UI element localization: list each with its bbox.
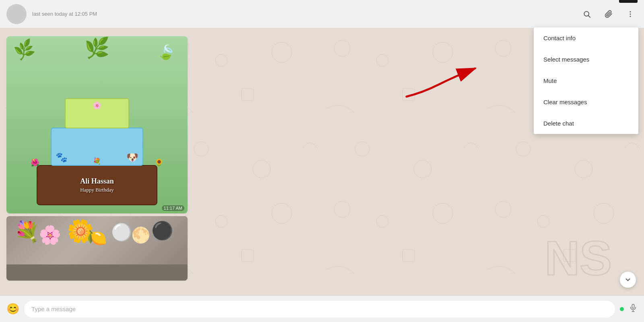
message-time-cake: 11:17 AM	[162, 205, 184, 211]
mic-button[interactable]	[629, 303, 638, 315]
menu-item-mute[interactable]: Mute	[534, 70, 638, 91]
message-group-cake: 🌿 🍃 🌿 Ali Hassan Happy Birthday 🐾 🐶	[6, 36, 200, 215]
menu-item-delete-chat[interactable]: Delete chat	[534, 113, 638, 134]
menu-item-clear-messages[interactable]: Clear messages	[534, 91, 638, 113]
menu-item-select-messages[interactable]: Select messages	[534, 49, 638, 70]
message-input[interactable]	[24, 301, 615, 318]
image-bubble-flowers: 💐 🌸 🌼 🍋 ⚪ 🌕 ⚫	[6, 216, 188, 281]
message-group-flowers: 💐 🌸 🌼 🍋 ⚪ 🌕 ⚫	[6, 216, 200, 282]
svg-point-3	[630, 13, 631, 14]
search-button[interactable]	[580, 7, 594, 21]
image-bubble-cake: 🌿 🍃 🌿 Ali Hassan Happy Birthday 🐾 🐶	[6, 36, 188, 213]
scroll-to-bottom-button[interactable]	[620, 272, 636, 288]
input-bar: 😊	[0, 296, 644, 322]
more-menu-button[interactable]: Menu	[623, 7, 638, 21]
contact-avatar[interactable]	[6, 4, 27, 24]
chat-header: last seen today at 12:05 PM Menu	[0, 0, 644, 28]
menu-tooltip: Menu	[619, 0, 638, 3]
svg-rect-5	[632, 304, 634, 308]
contact-status: last seen today at 12:05 PM	[32, 11, 580, 17]
flowers-image: 💐 🌸 🌼 🍋 ⚪ 🌕 ⚫	[6, 216, 188, 281]
svg-point-4	[630, 16, 631, 17]
svg-line-1	[588, 15, 590, 17]
emoji-button[interactable]: 😊	[6, 303, 19, 315]
attach-button[interactable]	[601, 7, 616, 21]
online-indicator	[620, 307, 624, 311]
contact-details: last seen today at 12:05 PM	[32, 11, 580, 17]
dropdown-menu: Contact info Select messages Mute Clear …	[534, 27, 638, 134]
header-actions: Menu	[580, 7, 638, 21]
svg-point-2	[630, 11, 631, 12]
menu-item-contact-info[interactable]: Contact info	[534, 27, 638, 49]
